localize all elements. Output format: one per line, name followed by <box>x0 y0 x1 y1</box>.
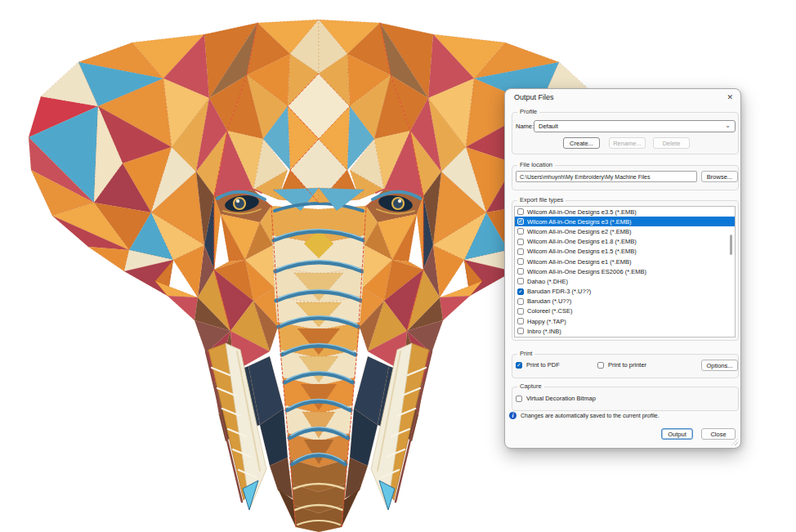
print-to-pdf-checkbox[interactable]: ✓ <box>516 362 522 369</box>
file-type-row[interactable]: Wilcom All-in-One Designs ES2006 (*.EMB) <box>515 266 735 276</box>
print-to-printer-checkbox[interactable] <box>597 362 604 369</box>
print-group-label: Print <box>517 350 534 357</box>
list-scrollbar-thumb[interactable] <box>730 235 732 255</box>
info-icon: i <box>509 412 517 419</box>
export-types-group-label: Export file types <box>517 196 566 203</box>
file-type-label: Wilcom All-in-One Designs e3.5 (*.EMB) <box>527 208 637 216</box>
chevron-down-icon: ⌄ <box>725 122 731 129</box>
file-type-label: Dahao (*.DHE) <box>527 278 568 285</box>
file-type-checkbox[interactable] <box>517 278 524 284</box>
create-button[interactable]: Create... <box>563 137 600 149</box>
file-type-row[interactable]: Wilcom All-in-One Designs e1 (*.EMB) <box>515 257 735 266</box>
options-button[interactable]: Options... <box>701 360 738 371</box>
file-type-label: Wilcom All-in-One Designs e1 (*.EMB) <box>527 258 632 266</box>
profile-name-value: Default <box>539 123 558 130</box>
file-type-checkbox[interactable]: ✓ <box>517 288 524 295</box>
file-type-checkbox[interactable] <box>517 239 524 245</box>
file-type-label: Barudan (*.U??) <box>527 297 571 305</box>
file-type-row[interactable]: ✓Wilcom All-in-One Designs e3 (*.EMB) <box>515 217 735 226</box>
file-type-checkbox[interactable] <box>517 328 524 334</box>
file-type-checkbox[interactable] <box>517 208 524 215</box>
file-type-list[interactable]: Wilcom All-in-One Designs e3.5 (*.EMB)✓W… <box>514 206 736 338</box>
file-type-row[interactable]: Inbro (*.INB) <box>515 326 735 336</box>
name-label: Name: <box>516 123 534 130</box>
print-to-pdf-option[interactable]: ✓ Print to PDF <box>516 361 560 369</box>
file-type-row[interactable]: Wilcom All-in-One Designs e1.8 (*.EMB) <box>515 237 735 247</box>
file-type-row[interactable]: ✓Barudan FDR-3 (*.U??) <box>515 287 735 297</box>
capture-group-label: Capture <box>517 382 544 390</box>
resize-grip[interactable] <box>731 439 738 445</box>
file-type-row[interactable]: Wilcom All-in-One Designs e3.5 (*.EMB) <box>515 207 735 217</box>
close-button[interactable]: Close <box>701 428 736 440</box>
file-type-label: Wilcom All-in-One Designs e1.5 (*.EMB) <box>527 248 637 255</box>
file-type-label: Barudan FDR-3 (*.U??) <box>527 288 591 295</box>
file-type-label: Wilcom All-in-One Designs e1.8 (*.EMB) <box>527 238 637 245</box>
rename-button[interactable]: Rename... <box>609 137 646 149</box>
delete-button[interactable]: Delete <box>653 137 690 149</box>
file-type-label: Wilcom All-in-One Designs ES2006 (*.EMB) <box>527 268 646 275</box>
file-type-label: Wilcom All-in-One Designs e2 (*.EMB) <box>527 228 632 235</box>
file-type-row[interactable]: Barudan (*.U??) <box>515 297 735 306</box>
file-type-checkbox[interactable] <box>517 258 524 265</box>
file-location-group-label: File location <box>517 161 555 168</box>
screenshot-stage: Output Files ✕ Profile Name: Default ⌄ C… <box>0 0 796 532</box>
profile-name-combobox[interactable]: Default ⌄ <box>534 120 736 132</box>
file-type-label: Coloreel (*.CSE) <box>527 307 572 315</box>
output-files-dialog: Output Files ✕ Profile Name: Default ⌄ C… <box>504 88 741 449</box>
file-type-row[interactable]: Coloreel (*.CSE) <box>515 306 735 316</box>
file-type-label: Happy (*.TAP) <box>527 318 566 325</box>
file-type-checkbox[interactable] <box>517 268 524 275</box>
file-type-checkbox[interactable] <box>517 298 524 305</box>
virtual-decoration-checkbox[interactable] <box>516 396 522 402</box>
info-message: i Changes are automatically saved to the… <box>509 412 660 419</box>
browse-button[interactable]: Browse... <box>701 171 738 182</box>
file-type-row[interactable]: Wilcom All-in-One Designs e1.5 (*.EMB) <box>515 247 735 257</box>
dialog-title: Output Files <box>514 93 554 101</box>
file-type-checkbox[interactable] <box>517 248 524 255</box>
print-to-printer-option[interactable]: Print to printer <box>597 361 646 369</box>
file-type-checkbox[interactable] <box>517 318 524 324</box>
dialog-titlebar[interactable]: Output Files ✕ <box>505 89 740 107</box>
file-type-row[interactable]: Dahao (*.DHE) <box>515 276 735 286</box>
output-button[interactable]: Output <box>661 428 693 440</box>
profile-group-label: Profile <box>517 108 539 115</box>
file-location-input[interactable]: C:\Users\mhuynh\My Embroidery\My Machine… <box>516 171 697 182</box>
file-type-checkbox[interactable]: ✓ <box>517 218 524 225</box>
file-type-checkbox[interactable] <box>517 228 524 235</box>
file-type-row[interactable]: Happy (*.TAP) <box>515 316 735 326</box>
virtual-decoration-option[interactable]: Virtual Decoration Bitmap <box>516 395 596 402</box>
close-icon[interactable]: ✕ <box>727 92 733 102</box>
file-type-label: Wilcom All-in-One Designs e3 (*.EMB) <box>527 218 632 226</box>
file-type-checkbox[interactable] <box>517 308 524 315</box>
file-type-label: Inbro (*.INB) <box>527 328 561 335</box>
file-type-row[interactable]: Wilcom All-in-One Designs e2 (*.EMB) <box>515 226 735 236</box>
